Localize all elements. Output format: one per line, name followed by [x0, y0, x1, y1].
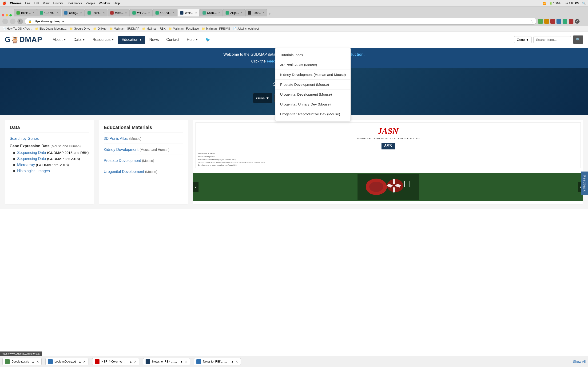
bookmark-2[interactable]: 📁 Blue Jeans Meeting... — [35, 27, 67, 30]
zotero-icon[interactable] — [538, 19, 543, 24]
extension-icon-4[interactable] — [562, 19, 567, 24]
bookmark-5[interactable]: 📁 Mailman - GUDMAP — [109, 27, 139, 30]
resources-caret-icon: ▼ — [112, 38, 114, 41]
tab-close-7[interactable]: ✕ — [173, 11, 175, 14]
minimize-window-btn[interactable] — [6, 14, 8, 17]
sequencing-link-2[interactable]: Sequencing Data — [17, 157, 46, 161]
dropdown-item-urogenital[interactable]: Urogenital Development (Mouse) — [276, 90, 350, 99]
nav-search-input[interactable] — [533, 36, 571, 43]
user-avatar[interactable]: C — [575, 19, 579, 24]
nav-twitter[interactable]: 🐦 — [202, 35, 214, 44]
bookmarks-menu[interactable]: Bookmarks — [67, 1, 82, 5]
forward-button[interactable]: › — [10, 18, 16, 24]
hero-gene-caret-icon: ▼ — [266, 95, 269, 101]
nav-education[interactable]: Education ▼ — [118, 36, 145, 44]
tab-close-3[interactable]: ✕ — [80, 11, 82, 14]
window-menu[interactable]: Window — [99, 1, 110, 5]
edit-menu[interactable]: Edit — [34, 1, 39, 5]
browser-tab-4[interactable]: Techr... ✕ — [85, 9, 107, 17]
bookmark-label-8: Mailman - PRISMS — [206, 27, 230, 30]
tab-close-5[interactable]: ✕ — [125, 11, 127, 14]
browser-tab-3[interactable]: Using... ✕ — [62, 9, 85, 17]
dropdown-item-prostate[interactable]: Prostate Development (Mouse) — [276, 80, 350, 90]
extension-icon-3[interactable] — [556, 19, 561, 24]
bullet-sublabel-1: (GUDMAP 2018 and RBK) — [47, 150, 89, 155]
microarray-link[interactable]: Microarray — [17, 163, 35, 167]
bookmark-1[interactable]: 📄 How To: OS X Yos... — [2, 27, 32, 30]
url-text[interactable]: https://www.gudmap.org — [34, 19, 528, 23]
edu-link-0[interactable]: 3D Penis Atlas (Mouse) — [104, 136, 183, 141]
view-menu[interactable]: View — [43, 1, 49, 5]
extension-icon-5[interactable] — [569, 19, 573, 24]
edu-sublabel-3: (Mouse) — [145, 170, 157, 174]
dropdown-item-urinary[interactable]: Urogenital: Urinary Dev (Mouse) — [276, 99, 350, 109]
extension-icon-1[interactable] — [544, 19, 549, 24]
people-menu[interactable]: People — [86, 1, 95, 5]
tab-close-9[interactable]: ✕ — [218, 11, 220, 14]
tab-close-4[interactable]: ✕ — [103, 11, 105, 14]
window-controls[interactable] — [2, 14, 12, 17]
nav-contact[interactable]: Contact — [163, 36, 182, 44]
bookmark-7[interactable]: 📁 Mailman - FaceBase — [168, 27, 199, 30]
histological-link[interactable]: Histological Images — [17, 169, 50, 173]
reload-button[interactable]: ↻ — [17, 18, 23, 24]
carousel-prev-button[interactable]: ‹ — [193, 182, 199, 192]
extension-icon-2[interactable] — [550, 19, 555, 24]
browser-tab-1[interactable]: Boole... ✕ — [14, 9, 37, 17]
tab-favicon-4 — [87, 11, 91, 15]
tab-close-11[interactable]: ✕ — [262, 11, 264, 14]
hero-gene-dropdown[interactable]: Gene ▼ — [253, 93, 272, 103]
bookmark-3[interactable]: 📁 Google Drive — [69, 27, 90, 30]
dropdown-item-3d-penis[interactable]: 3D Penis Atlas (Mouse) — [276, 60, 350, 70]
bookmark-9[interactable]: 📄 Jekyll cheatsheet — [233, 27, 259, 30]
tab-close-8[interactable]: ✕ — [195, 11, 197, 14]
edu-link-1[interactable]: Kidney Development (Mouse and Human) — [104, 148, 183, 152]
hero-gene-label: Gene — [256, 95, 265, 101]
apple-menu-icon[interactable]: 🍎 — [2, 1, 6, 5]
search-by-genes-link[interactable]: Search by Genes — [10, 136, 89, 141]
close-window-btn[interactable] — [2, 14, 4, 17]
back-button[interactable]: ‹ — [2, 18, 8, 24]
edu-link-3[interactable]: Urogenital Development (Mouse) — [104, 170, 183, 174]
chrome-menu[interactable]: Chrome — [10, 1, 21, 5]
dropdown-item-kidney[interactable]: Kidney Development (Human and Mouse) — [276, 70, 350, 80]
bookmark-4[interactable]: 📁 GitHub — [93, 27, 106, 30]
menu-icon[interactable]: ⋮ — [581, 19, 586, 24]
url-bar[interactable]: 🔒 https://www.gudmap.org ☆ — [25, 18, 536, 25]
tab-close-10[interactable]: ✕ — [240, 11, 242, 14]
dropdown-item-tutorials[interactable]: Tutorials Index — [276, 50, 350, 60]
browser-tab-5[interactable]: Meta... ✕ — [108, 9, 130, 17]
browser-tab-7[interactable]: GUDM... ✕ — [153, 9, 177, 17]
search-icon[interactable]: 🔍 — [582, 2, 586, 5]
browser-tab-10[interactable]: Align... ✕ — [223, 9, 245, 17]
site-logo[interactable]: G🦉DMAP — [5, 35, 42, 44]
nav-help[interactable]: Help ▼ — [183, 36, 201, 44]
browser-tab-11[interactable]: Boar... ✕ — [245, 9, 267, 17]
help-menu[interactable]: Help — [114, 1, 120, 5]
nav-data[interactable]: Data ▼ — [70, 36, 88, 44]
nav-resources[interactable]: Resources ▼ — [89, 36, 117, 44]
history-menu[interactable]: History — [53, 1, 62, 5]
nav-about[interactable]: About ▼ — [49, 36, 69, 44]
edu-link-2[interactable]: Prostate Development (Mouse) — [104, 158, 183, 163]
tab-close-2[interactable]: ✕ — [57, 11, 59, 14]
browser-tab-8[interactable]: Welc... ✕ — [178, 9, 199, 17]
nav-search-button[interactable]: 🔍 — [573, 35, 583, 44]
nav-gene-dropdown[interactable]: Gene ▼ — [514, 36, 532, 43]
browser-tab-9[interactable]: Usabi... ✕ — [200, 9, 223, 17]
tab-close-6[interactable]: ✕ — [148, 11, 150, 14]
dropdown-item-reproductive[interactable]: Urogenital: Reproductive Dev (Mouse) — [276, 109, 350, 119]
maximize-window-btn[interactable] — [9, 14, 12, 17]
browser-tab-6[interactable]: ver 2:... ✕ — [130, 9, 153, 17]
new-tab-button[interactable]: + — [267, 11, 273, 17]
feedback-tab[interactable]: Feedback — [581, 172, 588, 195]
nav-news[interactable]: News — [146, 36, 162, 44]
browser-tab-2[interactable]: GUDM... ✕ — [37, 9, 62, 17]
bookmark-6[interactable]: 📁 Mailman - RBK — [142, 27, 165, 30]
bookmark-8[interactable]: 📁 Mailman - PRISMS — [202, 27, 230, 30]
file-menu[interactable]: File — [25, 1, 30, 5]
tab-close-1[interactable]: ✕ — [32, 11, 34, 14]
sequencing-link-1[interactable]: Sequencing Data — [17, 150, 46, 155]
logo-text-g: G — [5, 35, 11, 44]
bookmark-star-icon[interactable]: ☆ — [530, 19, 533, 24]
